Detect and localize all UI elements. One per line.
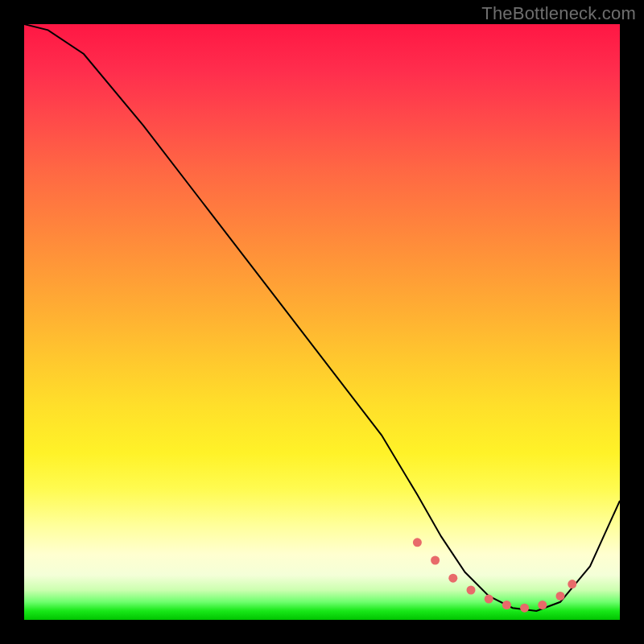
marker-dot bbox=[431, 556, 440, 565]
highlight-markers bbox=[413, 538, 576, 612]
marker-dot bbox=[413, 538, 422, 547]
plot-area bbox=[24, 24, 620, 620]
chart-overlay bbox=[24, 24, 620, 620]
marker-dot bbox=[485, 595, 493, 604]
marker-dot bbox=[502, 601, 511, 609]
marker-dot bbox=[448, 574, 457, 583]
watermark-text: TheBottleneck.com bbox=[481, 3, 636, 24]
marker-dot bbox=[538, 601, 547, 609]
marker-dot bbox=[467, 586, 476, 595]
marker-dot bbox=[568, 580, 576, 588]
marker-dot bbox=[556, 592, 565, 601]
marker-dot bbox=[520, 604, 529, 613]
chart-frame: TheBottleneck.com bbox=[0, 0, 644, 644]
bottleneck-curve bbox=[24, 24, 620, 611]
